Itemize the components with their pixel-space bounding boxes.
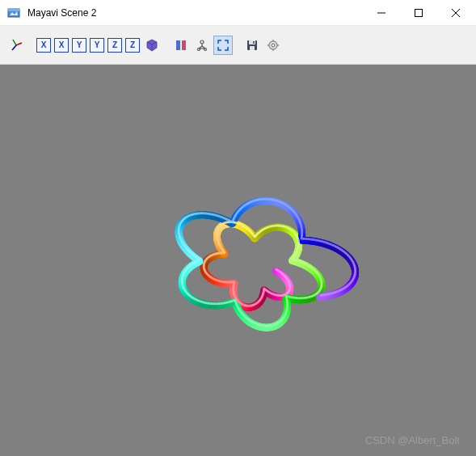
titlebar: Mayavi Scene 2 xyxy=(0,0,476,26)
svg-line-1351 xyxy=(331,244,332,245)
view-axes-icon[interactable] xyxy=(6,36,26,55)
svg-line-1329 xyxy=(292,209,293,210)
svg-line-1233 xyxy=(199,301,200,302)
svg-line-1206 xyxy=(252,322,253,323)
svg-line-1266 xyxy=(187,248,187,249)
svg-rect-4 xyxy=(415,10,423,17)
svg-line-1355 xyxy=(342,250,343,251)
svg-line-1324 xyxy=(280,202,282,203)
svg-line-1331 xyxy=(295,213,296,214)
svg-line-1325 xyxy=(283,204,284,205)
view-y-minus-button[interactable]: Y xyxy=(90,38,104,53)
fullscreen-button[interactable] xyxy=(213,36,233,55)
svg-line-1354 xyxy=(339,248,340,249)
svg-line-1283 xyxy=(186,217,187,217)
svg-line-1326 xyxy=(285,205,286,205)
svg-line-1306 xyxy=(237,211,238,212)
svg-line-1357 xyxy=(346,254,347,255)
svg-line-1209 xyxy=(246,319,247,319)
svg-line-1148 xyxy=(314,270,314,271)
view-z-plus-button[interactable]: Z xyxy=(107,38,122,53)
svg-line-1295 xyxy=(216,215,217,216)
svg-line-1300 xyxy=(230,221,231,222)
pipeline-button[interactable] xyxy=(192,36,212,55)
svg-line-1334 xyxy=(299,220,300,221)
svg-line-1309 xyxy=(242,206,243,207)
svg-line-1140 xyxy=(297,260,298,261)
scene-viewport[interactable]: CSDN @Albert_Bolt xyxy=(0,65,476,456)
view-z-minus-button[interactable]: Z xyxy=(125,38,140,53)
svg-line-1311 xyxy=(246,204,247,205)
svg-line-1369 xyxy=(352,279,353,280)
svg-line-1330 xyxy=(293,212,294,213)
svg-line-1373 xyxy=(345,286,346,287)
maximize-button[interactable] xyxy=(400,0,437,26)
svg-line-1210 xyxy=(244,317,245,318)
svg-point-28 xyxy=(272,44,275,47)
isometric-view-button[interactable] xyxy=(142,36,162,55)
svg-line-1205 xyxy=(254,323,255,324)
svg-line-1378 xyxy=(333,293,335,293)
svg-line-1361 xyxy=(352,262,353,263)
close-button[interactable] xyxy=(437,0,474,26)
svg-line-1270 xyxy=(181,240,182,241)
plot3d-visualization xyxy=(69,107,408,414)
svg-line-1142 xyxy=(302,263,303,264)
svg-line-1220 xyxy=(232,301,233,302)
watermark-text: CSDN @Albert_Bolt xyxy=(365,434,460,446)
svg-line-1236 xyxy=(192,298,193,298)
svg-line-1239 xyxy=(187,293,187,294)
svg-line-1302 xyxy=(233,219,234,220)
settings-button[interactable] xyxy=(263,36,283,55)
svg-line-1216 xyxy=(237,306,238,306)
svg-rect-1 xyxy=(8,9,19,11)
svg-line-1356 xyxy=(344,252,345,253)
svg-line-1296 xyxy=(218,216,220,217)
svg-rect-25 xyxy=(250,46,255,50)
view-x-plus-button[interactable]: X xyxy=(36,38,51,53)
svg-line-1145 xyxy=(308,266,309,267)
svg-point-22 xyxy=(204,48,207,50)
svg-line-1141 xyxy=(300,261,301,262)
svg-line-1265 xyxy=(188,251,189,251)
svg-line-1262 xyxy=(195,256,196,257)
view-y-plus-button[interactable]: Y xyxy=(72,38,86,53)
svg-line-1208 xyxy=(248,319,249,320)
svg-line-1215 xyxy=(238,307,238,308)
svg-line-1146 xyxy=(310,267,311,268)
svg-line-1303 xyxy=(234,217,234,218)
svg-line-1348 xyxy=(321,241,322,242)
svg-line-1255 xyxy=(189,265,190,266)
svg-line-1327 xyxy=(288,206,289,207)
svg-line-1374 xyxy=(343,288,344,289)
svg-line-1359 xyxy=(350,258,351,259)
svg-line-1333 xyxy=(297,217,298,218)
svg-line-1238 xyxy=(188,295,189,296)
svg-line-1371 xyxy=(349,283,350,284)
svg-line-1350 xyxy=(327,243,329,244)
svg-line-1310 xyxy=(244,205,245,205)
view-x-minus-button[interactable]: X xyxy=(54,38,69,53)
svg-line-1353 xyxy=(336,247,338,247)
svg-line-1368 xyxy=(353,277,354,278)
svg-line-1253 xyxy=(186,268,187,269)
app-icon xyxy=(6,6,21,20)
svg-line-1285 xyxy=(189,215,190,216)
svg-line-1267 xyxy=(184,247,185,247)
svg-line-1143 xyxy=(304,264,305,264)
svg-line-1360 xyxy=(352,260,352,260)
svg-line-1298 xyxy=(224,218,225,219)
svg-line-1207 xyxy=(250,321,251,322)
minimize-button[interactable] xyxy=(363,0,400,26)
svg-line-1269 xyxy=(182,243,183,243)
window-controls xyxy=(363,0,474,25)
svg-line-1237 xyxy=(190,296,191,297)
svg-line-1328 xyxy=(289,208,290,209)
svg-line-1147 xyxy=(312,268,313,269)
svg-line-1268 xyxy=(183,244,184,245)
svg-line-1263 xyxy=(192,255,193,255)
svg-line-1349 xyxy=(324,242,326,243)
svg-line-1212 xyxy=(242,313,242,314)
save-button[interactable] xyxy=(242,36,262,55)
parallel-projection-button[interactable] xyxy=(171,36,191,55)
